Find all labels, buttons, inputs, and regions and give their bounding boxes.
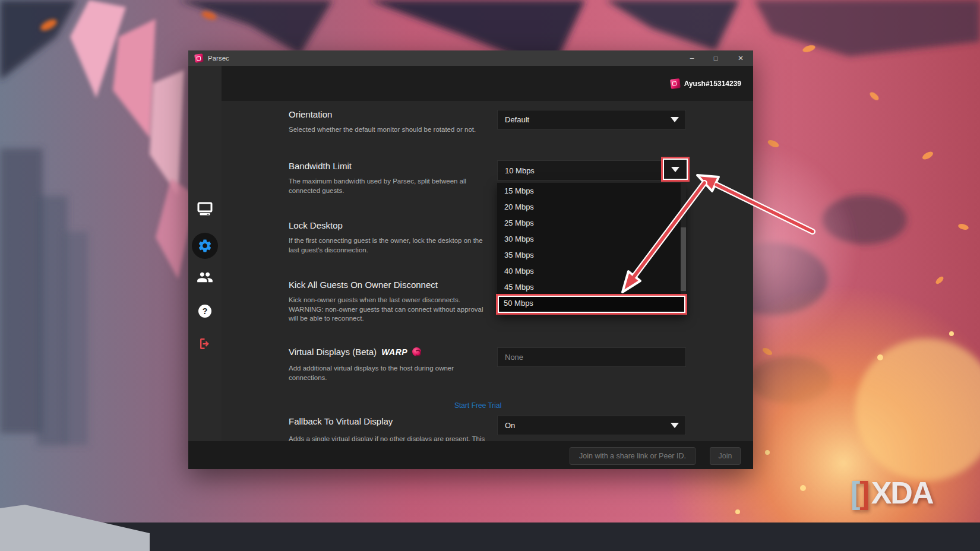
warp-badge: WARP <box>381 347 407 357</box>
fallback-description: Adds a single virtual display if no othe… <box>289 435 494 441</box>
fallback-value: On <box>505 421 515 430</box>
svg-text:?: ? <box>203 306 208 316</box>
orientation-label: Orientation <box>289 109 332 119</box>
parsec-logo-icon <box>194 53 204 63</box>
dropdown-option[interactable]: 35 Mbps <box>497 247 686 263</box>
join-button[interactable]: Join <box>710 447 741 465</box>
people-icon <box>197 269 213 286</box>
virtual-displays-label: Virtual Displays (Beta) <box>289 347 377 357</box>
bandwidth-value: 10 Mbps <box>505 166 535 175</box>
user-badge[interactable]: Ayush#15314239 <box>671 78 741 90</box>
dropdown-option[interactable]: 15 Mbps <box>497 183 686 199</box>
chevron-down-icon <box>671 167 679 172</box>
bandwidth-description: The maximum bandwidth used by Parsec, sp… <box>289 177 488 195</box>
bandwidth-dropdown[interactable]: 10 Mbps <box>497 160 686 180</box>
annotation-box-50mbps: 50 Mbps <box>496 294 687 315</box>
parsec-logo-icon <box>670 78 681 89</box>
dropdown-option[interactable]: 20 Mbps <box>497 199 686 215</box>
window-title: Parsec <box>208 55 229 62</box>
orientation-value: Default <box>505 115 529 124</box>
xda-bracket-right: ] <box>859 476 868 510</box>
sidebar: ? <box>188 66 222 441</box>
virtual-displays-description: Add additional virtual displays to the h… <box>289 364 485 382</box>
start-free-trial-link[interactable]: Start Free Trial <box>454 401 501 410</box>
sidebar-item-logout[interactable] <box>188 331 222 357</box>
warp-swirl-icon <box>412 347 421 356</box>
join-input[interactable] <box>570 447 696 465</box>
annotation-box-dropdown-caret[interactable] <box>661 157 690 182</box>
virtual-displays-value: None <box>505 353 523 362</box>
orientation-description: Selected whether the default monitor sho… <box>289 125 491 135</box>
fallback-dropdown[interactable]: On <box>497 416 686 435</box>
virtual-displays-field[interactable]: None <box>497 347 686 367</box>
orientation-dropdown[interactable]: Default <box>497 110 686 129</box>
question-icon: ? <box>198 304 212 318</box>
close-button[interactable]: ✕ <box>729 50 753 66</box>
dropdown-option[interactable]: 25 Mbps <box>497 215 686 231</box>
kick-all-guests-description: Kick non-owner guests when the last owne… <box>289 296 494 324</box>
settings-panel: Orientation Selected whether the default… <box>222 101 753 441</box>
dropdown-option[interactable]: 45 Mbps <box>497 279 686 295</box>
sidebar-item-computers[interactable] <box>188 196 222 222</box>
bandwidth-label: Bandwidth Limit <box>289 161 352 171</box>
virtual-displays-title-row: Virtual Displays (Beta) WARP <box>289 347 421 357</box>
chevron-down-icon <box>671 117 679 122</box>
lock-desktop-description: If the first connecting guest is the own… <box>289 236 488 255</box>
window-titlebar: Parsec – □ ✕ <box>188 50 753 66</box>
fallback-label: Fallback To Virtual Display <box>289 416 393 426</box>
dropdown-option-highlighted[interactable]: 50 Mbps <box>498 296 685 311</box>
dropdown-option[interactable]: 40 Mbps <box>497 263 686 279</box>
kick-all-guests-label: Kick All Guests On Owner Disconnect <box>289 280 438 290</box>
bottom-bar: Join <box>188 441 753 469</box>
sidebar-item-help[interactable]: ? <box>188 298 222 324</box>
sidebar-item-settings[interactable] <box>188 233 222 259</box>
maximize-button[interactable]: □ <box>704 50 728 66</box>
chevron-down-icon <box>671 423 679 428</box>
scrollbar-thumb[interactable] <box>681 227 686 291</box>
minimize-button[interactable]: – <box>680 50 704 66</box>
dropdown-option[interactable]: 30 Mbps <box>497 231 686 247</box>
bandwidth-options: 15 Mbps20 Mbps25 Mbps30 Mbps35 Mbps40 Mb… <box>497 183 686 295</box>
parsec-window: Parsec – □ ✕ Ayush#15314239 <box>188 50 753 469</box>
lock-desktop-label: Lock Desktop <box>289 220 343 230</box>
xda-watermark: []XDA <box>851 475 932 511</box>
screenshot-canvas: []XDA Parsec – □ ✕ Ayush#15314239 <box>0 0 980 551</box>
logout-icon <box>198 337 212 351</box>
sidebar-item-friends[interactable] <box>188 264 222 290</box>
gear-icon <box>197 238 213 254</box>
computer-icon <box>197 202 213 216</box>
username: Ayush#15314239 <box>684 80 741 88</box>
xda-text: XDA <box>871 476 933 510</box>
xda-bracket-left: [ <box>851 476 859 510</box>
